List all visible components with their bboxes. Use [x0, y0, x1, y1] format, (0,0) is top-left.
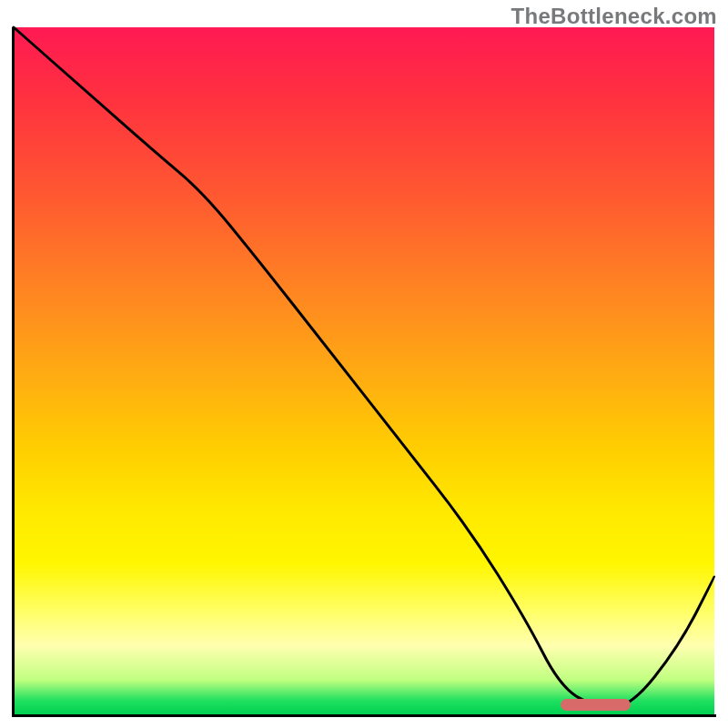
chart-container: TheBottleneck.com [0, 0, 728, 728]
watermark-text: TheBottleneck.com [511, 4, 717, 29]
x-axis [12, 714, 716, 717]
highlight-marker [561, 699, 631, 711]
curve-path [14, 27, 714, 708]
chart-curve [14, 27, 714, 714]
